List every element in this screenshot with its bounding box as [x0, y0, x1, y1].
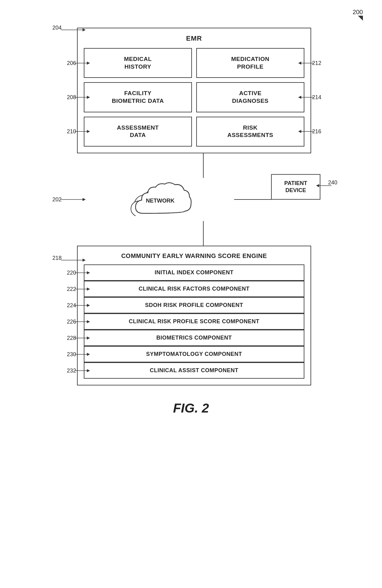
figure-ref-200: 200 [352, 9, 363, 27]
ref-212-arrow [298, 60, 314, 66]
cell-active-diagnoses: ACTIVEDIAGNOSES [196, 82, 304, 112]
cews-component-220-wrapper: 220 INITIAL INDEX COMPONENT [84, 264, 304, 281]
patient-device-wrapper: 240 PATIENTDEVICE [271, 187, 320, 212]
ref-224-arrow [75, 302, 90, 308]
svg-text:NETWORK: NETWORK [146, 198, 175, 204]
cell-assessment-data: ASSESSMENTDATA [84, 117, 192, 147]
svg-marker-14 [298, 130, 301, 133]
svg-marker-32 [87, 271, 90, 274]
component-clinical-risk-profile-score: CLINICAL RISK PROFILE SCORE COMPONENT [84, 313, 304, 330]
cews-component-228-wrapper: 228 BIOMETRICS COMPONENT [84, 330, 304, 346]
svg-marker-42 [87, 353, 90, 356]
emr-cell-wrapper-medical-history: 206 MEDICALHISTORY [84, 48, 192, 78]
cell-medical-history: MEDICALHISTORY [84, 48, 192, 78]
cloud-area: NETWORK [86, 178, 234, 221]
emr-block: EMR 206 MEDICALHISTORY 212 [77, 28, 311, 153]
emr-title: EMR [84, 34, 304, 42]
svg-marker-8 [87, 96, 90, 99]
svg-marker-40 [87, 336, 90, 340]
ref-226-arrow [75, 319, 90, 325]
ref-222-arrow [75, 286, 90, 292]
cews-component-230-wrapper: 230 SYMPTOMATOLOGY COMPONENT [84, 346, 304, 362]
ref-210-arrow [75, 128, 90, 135]
cews-component-226-wrapper: 226 CLINICAL RISK PROFILE SCORE COMPONEN… [84, 313, 304, 330]
network-wrapper: 202 [52, 178, 330, 221]
svg-marker-12 [87, 130, 90, 133]
cloud-path-svg: NETWORK [126, 178, 194, 221]
vertical-line-2 [203, 221, 204, 246]
emr-ref-label: 204 [52, 25, 62, 31]
ref-228-arrow [75, 335, 90, 341]
emr-cell-wrapper-assessment-data: 210 ASSESSMENTDATA [84, 117, 192, 147]
ref-214-arrow [298, 94, 314, 100]
network-ref-arrow [61, 196, 86, 203]
ref-232-arrow [75, 368, 90, 374]
emr-cell-wrapper-active-diagnoses: 214 ACTIVEDIAGNOSES [196, 82, 304, 112]
emr-cell-wrapper-risk-assessments: 216 RISKASSESSMENTS [196, 117, 304, 147]
arrow-icon [352, 16, 363, 27]
svg-marker-17 [83, 198, 86, 201]
emr-grid: 206 MEDICALHISTORY 212 MEDICATIONPROFILE [84, 48, 304, 147]
svg-marker-36 [87, 304, 90, 307]
emr-wrapper: 204 EMR 206 MEDICALHISTORY [52, 9, 330, 153]
cell-medication-profile: MEDICATIONPROFILE [196, 48, 304, 78]
page-container: 200 204 EMR 206 MEDICALH [0, 0, 382, 588]
svg-marker-10 [298, 96, 301, 99]
emr-cell-wrapper-facility: 208 FACILITYBIOMETRIC DATA [84, 82, 192, 112]
network-ref-label: 202 [52, 196, 62, 203]
component-initial-index: INITIAL INDEX COMPONENT [84, 264, 304, 281]
svg-marker-4 [87, 62, 90, 65]
cews-block: COMMUNITY EARLY WARNING SCORE ENGINE 220… [77, 246, 311, 385]
cell-facility-biometric-data: FACILITYBIOMETRIC DATA [84, 82, 192, 112]
cews-ref-label: 218 [52, 255, 62, 261]
cloud-shape-container: NETWORK [126, 178, 194, 221]
svg-marker-0 [358, 16, 363, 21]
cews-component-232-wrapper: 232 CLINICAL ASSIST COMPONENT [84, 362, 304, 379]
component-biometrics: BIOMETRICS COMPONENT [84, 330, 304, 346]
cews-component-224-wrapper: 224 SDOH RISK PROFILE COMPONENT [84, 297, 304, 313]
svg-marker-44 [87, 369, 90, 372]
component-symptomatology: SYMPTOMATOLOGY COMPONENT [84, 346, 304, 362]
emr-cell-wrapper-medication-profile: 212 MEDICATIONPROFILE [196, 48, 304, 78]
cews-wrapper: 218 COMMUNITY EARLY WARNING SCORE ENGINE… [52, 246, 330, 385]
cews-component-222-wrapper: 222 CLINICAL RISK FACTORS COMPONENT [84, 281, 304, 297]
patient-device-box: PATIENTDEVICE [271, 174, 320, 199]
vertical-line-1 [203, 153, 204, 178]
ref-208-arrow [75, 94, 90, 100]
network-row: NETWORK 240 PATIENTDEVICE [86, 178, 320, 221]
horiz-line-network-device [234, 199, 271, 200]
svg-marker-6 [298, 62, 301, 65]
component-clinical-risk-factors: CLINICAL RISK FACTORS COMPONENT [84, 281, 304, 297]
cews-title: COMMUNITY EARLY WARNING SCORE ENGINE [84, 252, 304, 260]
ref-206-arrow [75, 60, 90, 66]
component-clinical-assist: CLINICAL ASSIST COMPONENT [84, 362, 304, 379]
ref-216-arrow [298, 128, 314, 135]
svg-marker-34 [87, 288, 90, 291]
figure-ref-label: 200 [353, 9, 363, 16]
ref-230-arrow [75, 351, 90, 357]
svg-marker-38 [87, 320, 90, 323]
component-sdoh-risk-profile: SDOH RISK PROFILE COMPONENT [84, 297, 304, 313]
ref-220-arrow [75, 270, 90, 276]
connector-network-to-cews [86, 221, 320, 246]
figure-caption: FIG. 2 [173, 401, 209, 416]
cell-risk-assessments: RISKASSESSMENTS [196, 117, 304, 147]
